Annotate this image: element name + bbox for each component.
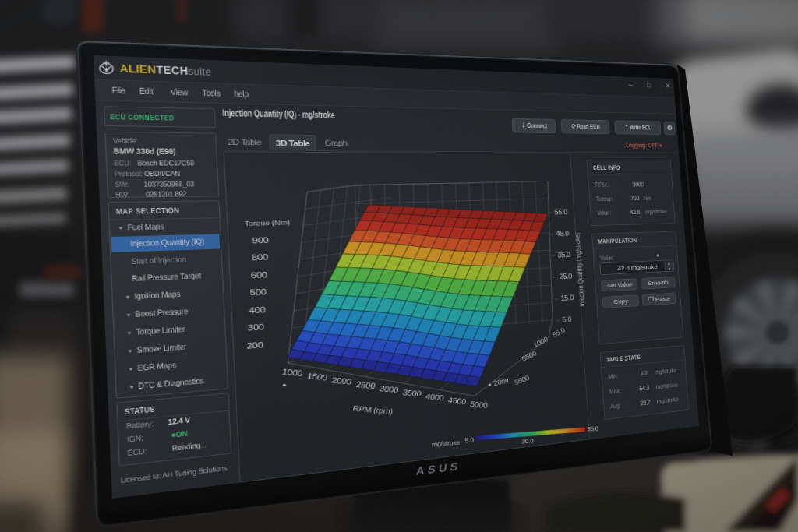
svg-text:3000: 3000 bbox=[379, 384, 399, 395]
svg-text:Torque (Nm): Torque (Nm) bbox=[244, 219, 291, 227]
svg-text:5.0: 5.0 bbox=[562, 315, 572, 323]
svg-text:55.0: 55.0 bbox=[554, 208, 568, 216]
svg-text:55.0: 55.0 bbox=[587, 425, 598, 432]
svg-text:1500: 1500 bbox=[306, 371, 328, 382]
svg-text:2500: 2500 bbox=[355, 379, 376, 390]
svg-text:4500: 4500 bbox=[447, 396, 467, 407]
svg-text:800: 800 bbox=[252, 252, 269, 262]
svg-text:4000: 4000 bbox=[425, 392, 444, 403]
svg-text:600: 600 bbox=[251, 270, 268, 280]
svg-text:3500: 3500 bbox=[402, 388, 422, 399]
svg-text:200: 200 bbox=[246, 340, 263, 351]
svg-text:25.0: 25.0 bbox=[559, 273, 573, 280]
svg-text:30.0: 30.0 bbox=[521, 437, 534, 445]
svg-text:45.0: 45.0 bbox=[556, 230, 570, 238]
svg-text:20py: 20py bbox=[493, 375, 510, 386]
svg-text:35.0: 35.0 bbox=[557, 251, 571, 259]
svg-text:mg/stroke: mg/stroke bbox=[432, 439, 461, 447]
svg-text:55.0: 55.0 bbox=[551, 326, 567, 338]
svg-text:5500: 5500 bbox=[521, 349, 538, 362]
svg-text:2000: 2000 bbox=[331, 375, 352, 386]
svg-text:900: 900 bbox=[252, 235, 269, 245]
svg-text:400: 400 bbox=[249, 305, 266, 315]
svg-text:500: 500 bbox=[249, 287, 267, 297]
svg-text:5.0: 5.0 bbox=[465, 436, 475, 443]
svg-text:5000: 5000 bbox=[469, 400, 488, 410]
svg-text:RPM (rpm): RPM (rpm) bbox=[352, 404, 394, 416]
svg-text:1000: 1000 bbox=[281, 367, 304, 379]
svg-text:300: 300 bbox=[247, 322, 264, 333]
svg-text:1000: 1000 bbox=[532, 335, 549, 349]
svg-text:5500: 5500 bbox=[513, 373, 531, 386]
svg-text:15.0: 15.0 bbox=[560, 294, 574, 301]
